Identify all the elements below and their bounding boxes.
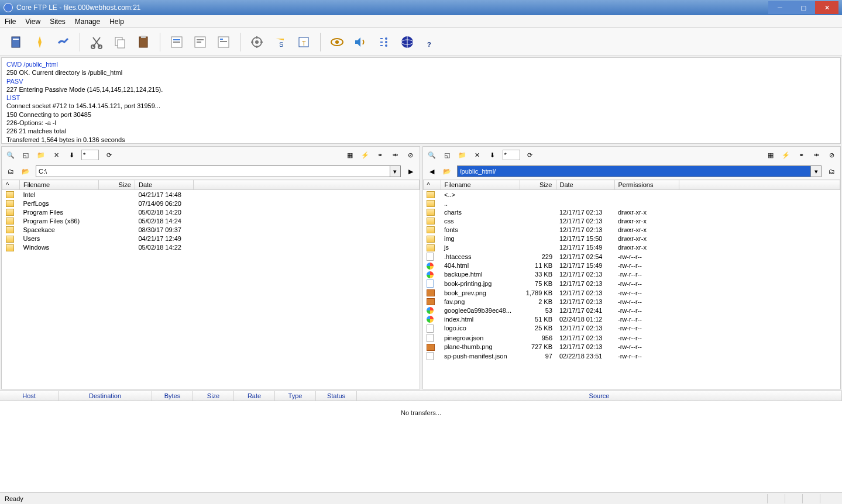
disconnect-icon[interactable] (54, 33, 73, 51)
file-row[interactable]: <..> (423, 190, 840, 199)
tree-icon[interactable]: 🗂 (5, 166, 16, 177)
local-path-input[interactable] (36, 165, 390, 177)
dropdown-icon[interactable]: ▾ (811, 165, 822, 177)
unlink-icon[interactable]: ⚮ (811, 150, 822, 160)
file-row[interactable]: sp-push-manifest.json9702/22/18 23:51-rw… (423, 351, 840, 361)
transfer-column-header[interactable]: Bytes (152, 391, 193, 401)
local-file-list[interactable]: ^FilenameSizeDateIntel04/21/17 14:48Perf… (2, 179, 420, 389)
link-icon[interactable]: ⚭ (796, 150, 806, 160)
file-row[interactable]: index.html51 KB02/24/18 01:12-rw-r--r-- (423, 315, 840, 323)
file-row[interactable]: Program Files (x86)05/02/18 14:24 (2, 216, 420, 225)
filter-input[interactable] (81, 150, 99, 160)
column-header[interactable]: Permissions (614, 180, 679, 190)
column-header[interactable]: Date (556, 180, 614, 190)
file-row[interactable]: img12/17/17 15:50drwxr-xr-x (423, 234, 840, 243)
hide-icon[interactable] (328, 33, 346, 51)
transfer-column-header[interactable]: Rate (234, 391, 275, 401)
file-row[interactable]: .. (423, 199, 840, 208)
close-button[interactable]: ✕ (815, 1, 838, 14)
file-row[interactable]: googlee0a99b39ec48...5312/17/17 02:41-rw… (423, 306, 840, 315)
transfer-column-header[interactable]: Host (0, 391, 59, 401)
menu-help[interactable]: Help (109, 18, 124, 26)
transfer-column-header[interactable]: Size (193, 391, 234, 401)
local-path-combo[interactable]: ▾ (36, 165, 401, 177)
file-row[interactable]: 404.html11 KB12/17/17 15:49-rw-r--r-- (423, 261, 840, 270)
minimize-button[interactable]: ─ (768, 1, 792, 14)
maximize-button[interactable]: ▢ (792, 1, 815, 14)
menu-sites[interactable]: Sites (50, 18, 66, 26)
schedule-icon[interactable]: S (271, 33, 290, 51)
delete-icon[interactable]: ✕ (51, 150, 61, 160)
refresh-icon[interactable]: ⟳ (525, 150, 535, 160)
mode-icon[interactable]: ▦ (765, 150, 776, 160)
file-row[interactable]: Intel04/21/17 14:48 (2, 190, 420, 199)
download-icon[interactable]: ⬇ (66, 150, 77, 160)
file-row[interactable]: .htaccess22912/17/17 02:54-rw-r--r-- (423, 252, 840, 261)
file-row[interactable]: backupe.html33 KB12/17/17 02:13-rw-r--r-… (423, 270, 840, 279)
file-row[interactable]: PerfLogs07/14/09 06:20 (2, 199, 420, 208)
new-folder-icon[interactable]: 📁 (36, 150, 46, 160)
transfer-column-header[interactable]: Type (275, 391, 316, 401)
menu-manage[interactable]: Manage (75, 18, 100, 26)
sort-arrow[interactable]: ^ (2, 180, 20, 190)
file-row[interactable]: book_prev.png1,789 KB12/17/17 02:13-rw-r… (423, 288, 840, 297)
site-manager-icon[interactable] (7, 33, 26, 51)
go-icon[interactable]: ▶ (405, 166, 416, 177)
up-folder-icon[interactable]: 📂 (20, 166, 31, 177)
globe-icon[interactable] (398, 33, 417, 51)
lightning-icon[interactable]: ⚡ (781, 150, 791, 160)
file-row[interactable]: css12/17/17 02:13drwxr-xr-x (423, 216, 840, 225)
cut-icon[interactable] (87, 33, 106, 51)
paste-icon[interactable] (134, 33, 153, 51)
file-row[interactable]: Users04/21/17 12:49 (2, 234, 420, 243)
file-row[interactable]: Windows05/02/18 14:22 (2, 243, 420, 252)
unlink-icon[interactable]: ⚮ (390, 150, 401, 160)
file-row[interactable]: logo.ico25 KB12/17/17 02:13-rw-r--r-- (423, 323, 840, 333)
back-icon[interactable]: ◀ (427, 166, 437, 177)
sound-icon[interactable] (351, 33, 370, 51)
column-header[interactable]: Date (135, 180, 194, 190)
settings-icon[interactable] (248, 33, 266, 51)
log-pane[interactable]: CWD /public_html250 OK. Current director… (1, 57, 841, 144)
options-icon[interactable] (374, 33, 393, 51)
transfer-column-header[interactable]: Destination (59, 391, 152, 401)
sort-arrow[interactable]: ^ (423, 180, 441, 190)
remote-path-combo[interactable]: ▾ (457, 165, 822, 177)
file-row[interactable]: charts12/17/17 02:13drwxr-xr-x (423, 208, 840, 216)
lightning-icon[interactable]: ⚡ (360, 150, 370, 160)
menu-view[interactable]: View (25, 18, 40, 26)
edit-remote-icon[interactable] (214, 33, 233, 51)
stop-icon[interactable]: ⊘ (405, 150, 416, 160)
tree-icon[interactable]: 🗂 (826, 166, 837, 177)
mode-icon[interactable]: ▦ (345, 150, 355, 160)
file-row[interactable]: js12/17/17 15:49drwxr-xr-x (423, 243, 840, 252)
upload-icon[interactable]: ⬇ (487, 150, 498, 160)
transfer-column-header[interactable]: Source (357, 391, 842, 401)
crop-icon[interactable]: ◱ (20, 150, 31, 160)
column-header[interactable]: Size (520, 180, 556, 190)
transfer-column-header[interactable]: Status (316, 391, 357, 401)
refresh-icon[interactable]: ⟳ (104, 150, 114, 160)
file-row[interactable]: fonts12/17/17 02:13drwxr-xr-x (423, 225, 840, 234)
column-header[interactable]: Filename (20, 180, 99, 190)
file-row[interactable]: Program Files05/02/18 14:20 (2, 208, 420, 216)
file-row[interactable]: plane-thumb.png727 KB12/17/17 02:13-rw-r… (423, 343, 840, 351)
up-folder-icon[interactable]: 📂 (442, 166, 452, 177)
search-icon[interactable]: 🔍 (5, 150, 16, 160)
link-icon[interactable]: ⚭ (375, 150, 386, 160)
help-icon[interactable]: ? (421, 33, 440, 51)
column-header[interactable]: Size (99, 180, 135, 190)
column-header[interactable]: Filename (441, 180, 520, 190)
quick-connect-icon[interactable] (30, 33, 49, 51)
search-icon[interactable]: 🔍 (427, 150, 437, 160)
remote-file-list[interactable]: ^FilenameSizeDatePermissions<..>..charts… (423, 179, 841, 389)
copy-icon[interactable] (111, 33, 129, 51)
delete-icon[interactable]: ✕ (472, 150, 483, 160)
new-folder-icon[interactable]: 📁 (457, 150, 468, 160)
edit-local-icon[interactable] (167, 33, 186, 51)
view-icon[interactable] (191, 33, 209, 51)
file-row[interactable]: fav.png2 KB12/17/17 02:13-rw-r--r-- (423, 297, 840, 306)
stop-icon[interactable]: ⊘ (826, 150, 837, 160)
crop-icon[interactable]: ◱ (442, 150, 452, 160)
template-icon[interactable]: T (294, 33, 313, 51)
